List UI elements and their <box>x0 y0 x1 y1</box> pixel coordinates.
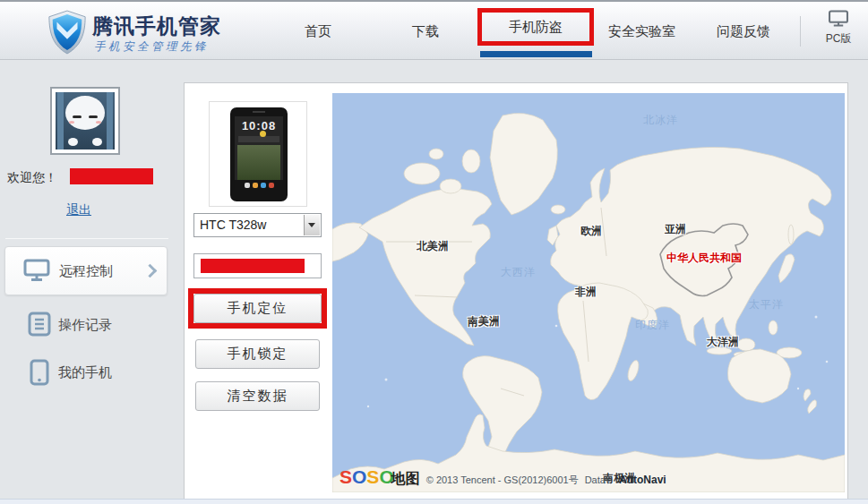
device-select[interactable]: HTC T328w <box>193 213 322 237</box>
brand-shield-icon <box>47 9 88 56</box>
sidebar-item-label: 我的手机 <box>58 364 112 381</box>
pc-version-label: PC版 <box>817 31 860 47</box>
nav-item-home[interactable]: 首页 <box>305 23 331 40</box>
map-label-south-america: 南美洲 <box>468 314 500 329</box>
map-label-north-america: 北美洲 <box>417 239 449 254</box>
sidebar-item-operation-log[interactable]: 操作记录 <box>4 304 168 347</box>
header: 腾讯手机管家 手机安全管理先锋 首页 下载 手机防盗 安全实验室 问题反馈 PC… <box>0 0 868 60</box>
sidebar-separator <box>5 238 168 239</box>
nav-item-antitheft[interactable]: 手机防盗 <box>509 19 563 36</box>
map-label-pacific-ocean: 太平洋 <box>749 297 784 312</box>
clear-data-button[interactable]: 清空数据 <box>195 381 320 411</box>
phone-number-field[interactable] <box>193 253 322 278</box>
sidebar: 欢迎您！ 退出 远程控制 操作记录 我的手机 <box>0 62 176 504</box>
sidebar-item-remote-control[interactable]: 远程控制 <box>4 246 168 295</box>
sidebar-item-label: 操作记录 <box>58 317 112 334</box>
map-attribution: SOSO地图 © 2013 Tencent - GS(2012)6001号 Da… <box>339 467 666 487</box>
map-label-china: 中华人民共和国 <box>666 251 742 266</box>
map-label-indian-ocean: 印度洋 <box>635 318 670 333</box>
phone-icon <box>30 359 49 386</box>
phone-illustration: 10:08 <box>230 107 288 201</box>
map-copyright: © 2013 Tencent - GS(2012)6001号 <box>426 474 579 487</box>
map-data-provider: AutoNavi <box>619 474 666 486</box>
nav-item-download[interactable]: 下载 <box>412 23 439 40</box>
welcome-text: 欢迎您！ <box>7 170 57 186</box>
footer-strip <box>0 499 868 504</box>
annotation-box-locate: 手机定位 <box>188 288 327 329</box>
map-label-arctic-ocean: 北冰洋 <box>643 113 678 128</box>
world-map[interactable]: 北冰洋 北美洲 欧洲 亚洲 中华人民共和国 非洲 大西洋 南美洲 印度洋 太平洋… <box>332 93 845 492</box>
map-data-credit: Data© <box>585 474 613 485</box>
map-label-africa: 非洲 <box>575 285 597 300</box>
logout-link[interactable]: 退出 <box>66 202 91 218</box>
clipboard-icon <box>28 312 51 337</box>
annotation-box-nav-antitheft: 手机防盗 <box>477 8 594 46</box>
main-panel: 10:08 HTC T328w 手机定位 手机锁定 清空数据 <box>184 82 848 501</box>
pc-version-button[interactable]: PC版 <box>817 10 860 47</box>
map-label-oceania: 大洋洲 <box>707 335 739 350</box>
chevron-right-icon <box>143 264 158 278</box>
monitor-icon <box>828 10 849 27</box>
sidebar-item-label: 远程控制 <box>59 263 113 280</box>
avatar-image <box>56 92 115 149</box>
chevron-down-icon[interactable] <box>304 215 320 235</box>
nav-item-security-lab[interactable]: 安全实验室 <box>608 23 675 40</box>
map-label-atlantic-ocean: 大西洋 <box>501 265 536 280</box>
redaction-username <box>70 168 153 184</box>
lock-phone-button[interactable]: 手机锁定 <box>195 339 320 369</box>
monitor-icon <box>23 259 50 282</box>
map-label-europe: 欧洲 <box>580 224 602 239</box>
soso-logo: SOSO地图 <box>339 467 420 486</box>
device-photo: 10:08 <box>209 101 307 207</box>
soso-logo-suffix: 地图 <box>391 471 420 486</box>
nav-active-underline <box>480 51 592 57</box>
phone-clock: 10:08 <box>235 116 283 132</box>
sidebar-item-my-phone[interactable]: 我的手机 <box>4 352 168 395</box>
redaction-phone-number <box>201 259 305 273</box>
brand-subtitle: 手机安全管理先锋 <box>94 39 209 55</box>
device-select-value: HTC T328w <box>200 218 266 232</box>
map-label-asia: 亚洲 <box>665 222 686 237</box>
page: 腾讯手机管家 手机安全管理先锋 首页 下载 手机防盗 安全实验室 问题反馈 PC… <box>0 0 868 504</box>
nav-item-feedback[interactable]: 问题反馈 <box>717 23 770 40</box>
locate-phone-button[interactable]: 手机定位 <box>193 294 322 323</box>
nav-divider <box>800 16 801 47</box>
avatar <box>50 87 120 155</box>
brand-title: 腾讯手机管家 <box>92 13 221 40</box>
